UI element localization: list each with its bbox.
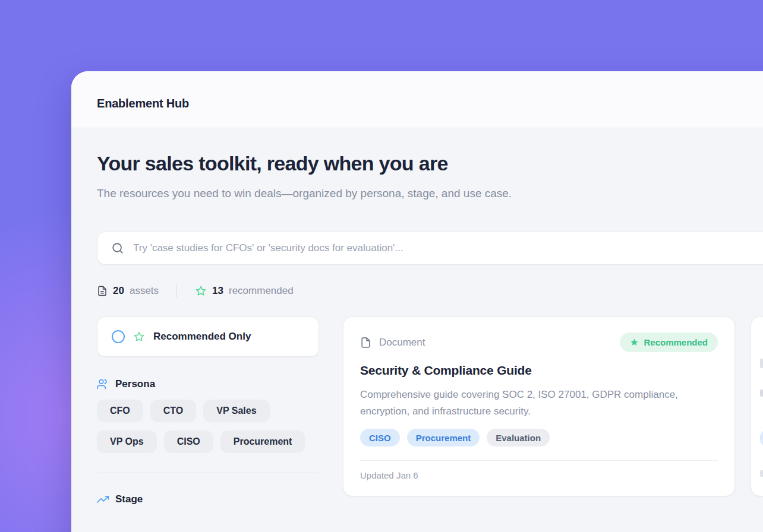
asset-card-grid: Document Recommended Security & Complian… bbox=[343, 316, 763, 496]
clipped-content-fragment bbox=[760, 390, 763, 397]
assets-count-value: 20 bbox=[113, 285, 124, 297]
page-subtitle: The resources you need to win deals—orga… bbox=[97, 182, 593, 205]
stage-section-label: Stage bbox=[115, 493, 143, 505]
persona-section-label: Persona bbox=[115, 378, 155, 390]
enablement-hub-window: Enablement Hub Your sales toolkit, ready… bbox=[71, 71, 763, 532]
file-text-icon bbox=[97, 285, 108, 297]
star-filled-icon bbox=[630, 338, 639, 347]
app-title: Enablement Hub bbox=[97, 97, 189, 110]
card-tag-list: CISO Procurement Evaluation bbox=[360, 429, 718, 446]
persona-chip-vp-sales[interactable]: VP Sales bbox=[203, 400, 269, 422]
card-type-label: Document bbox=[379, 337, 425, 349]
clipped-content-fragment bbox=[760, 359, 763, 368]
card-title: Security & Compliance Guide bbox=[360, 363, 718, 378]
assets-count: 20 assets bbox=[97, 285, 159, 297]
search-icon bbox=[111, 242, 124, 255]
recommended-only-toggle[interactable]: Recommended Only bbox=[97, 316, 319, 357]
star-outline-icon bbox=[133, 331, 145, 343]
stage-section-heading: Stage bbox=[97, 493, 319, 505]
recommended-only-label: Recommended Only bbox=[153, 331, 251, 343]
persona-chip-vp-ops[interactable]: VP Ops bbox=[97, 430, 157, 453]
tag-evaluation[interactable]: Evaluation bbox=[487, 429, 550, 446]
search-input[interactable] bbox=[133, 242, 763, 254]
stats-divider bbox=[176, 284, 177, 297]
file-icon bbox=[360, 336, 371, 349]
page-title: Your sales toolkit, ready when you are bbox=[97, 152, 763, 175]
tag-ciso[interactable]: CISO bbox=[360, 429, 400, 446]
stats-row: 20 assets 13 recommended bbox=[97, 284, 763, 297]
persona-chip-procurement[interactable]: Procurement bbox=[220, 430, 305, 453]
persona-chip-cfo[interactable]: CFO bbox=[97, 400, 143, 422]
persona-section-heading: Persona bbox=[97, 378, 319, 390]
clipped-tag-fragment bbox=[760, 430, 763, 446]
search-bar[interactable] bbox=[97, 232, 763, 265]
users-icon bbox=[97, 378, 109, 390]
recommended-count-value: 13 bbox=[212, 285, 223, 297]
recommended-badge-label: Recommended bbox=[644, 337, 708, 347]
assets-count-label: assets bbox=[130, 285, 159, 297]
filters-sidebar: Recommended Only Persona CFO CTO bbox=[97, 316, 319, 505]
card-type: Document bbox=[360, 336, 425, 349]
card-header-row: Document Recommended bbox=[360, 332, 718, 352]
persona-chip-list: CFO CTO VP Sales VP Ops CISO Procurement bbox=[97, 400, 319, 453]
clipped-content-fragment bbox=[760, 470, 763, 477]
top-header: Enablement Hub bbox=[71, 71, 763, 128]
recommended-only-radio[interactable] bbox=[112, 330, 125, 343]
main-content: Your sales toolkit, ready when you are T… bbox=[71, 152, 763, 505]
recommended-count-label: recommended bbox=[229, 285, 294, 297]
card-updated-date: Updated Jan 6 bbox=[360, 470, 718, 480]
card-divider bbox=[360, 460, 718, 461]
star-outline-icon bbox=[195, 285, 207, 297]
content-row: Recommended Only Persona CFO CTO bbox=[97, 316, 763, 505]
tag-procurement[interactable]: Procurement bbox=[407, 429, 480, 446]
asset-card-clipped[interactable] bbox=[751, 316, 763, 496]
asset-card-security-compliance-guide[interactable]: Document Recommended Security & Complian… bbox=[343, 316, 735, 496]
recommended-count: 13 recommended bbox=[195, 285, 294, 297]
card-description: Comprehensive guide covering SOC 2, ISO … bbox=[360, 387, 705, 420]
filters-divider bbox=[97, 473, 319, 473]
persona-chip-cto[interactable]: CTO bbox=[150, 400, 196, 422]
recommended-badge: Recommended bbox=[620, 332, 718, 352]
trending-up-icon bbox=[97, 493, 109, 505]
persona-chip-ciso[interactable]: CISO bbox=[164, 430, 213, 453]
